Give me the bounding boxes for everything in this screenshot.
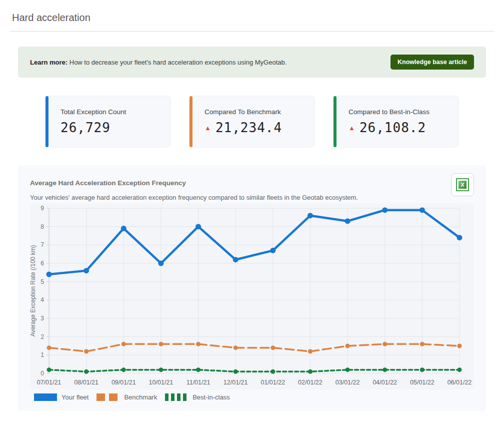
chart-canvas: 012345678907/01/2108/01/2109/01/2110/01/… [30,203,474,389]
svg-text:09/01/21: 09/01/21 [112,379,136,386]
stat-cards-row: Total Exception Count 26,729 Compared To… [45,96,459,148]
series-benchmark [47,342,462,354]
svg-text:9: 9 [40,205,44,212]
svg-text:01/01/22: 01/01/22 [260,379,285,386]
svg-text:02/01/22: 02/01/22 [298,379,322,386]
accent-bar [334,96,336,147]
legend-swatch [165,393,188,401]
chart-card: X Average Hard Acceleration Exception Fr… [18,165,486,411]
svg-text:7: 7 [40,241,44,248]
series-best-in-class [47,367,462,374]
x-axis-labels: 07/01/2108/01/2109/01/2110/01/2111/01/21… [37,379,472,386]
up-triangle-icon: ▲ [204,124,211,132]
svg-text:05/01/22: 05/01/22 [410,379,434,386]
legend-item-your-fleet[interactable]: Your fleet [34,393,88,401]
stat-label: Compared to Best-in-Class [348,108,448,116]
svg-text:06/01/22: 06/01/22 [448,379,472,386]
legend-swatch [96,393,120,401]
chart-subtitle: Your vehicles' average hard acceleration… [30,194,474,201]
legend-label: Benchmark [124,393,157,401]
accent-bar [190,96,192,147]
stat-label: Compared To Benchmark [204,108,304,116]
legend-label: Best-in-class [192,393,230,401]
excel-icon-glyph: X [458,181,466,189]
stat-value: 26,729 [60,120,110,135]
svg-text:0: 0 [40,370,44,377]
svg-text:6: 6 [40,260,44,267]
export-excel-button[interactable]: X [451,173,474,196]
banner-message: How to decrease your fleet's hard accele… [68,59,286,66]
svg-text:12/01/21: 12/01/21 [224,379,248,386]
page-title: Hard acceleration [12,12,504,24]
svg-text:10/01/21: 10/01/21 [149,379,174,386]
legend-label: Your fleet [62,393,88,401]
stat-value-row: ▲ 21,234.4 [204,120,304,135]
up-triangle-icon: ▲ [348,124,355,132]
stat-card-compared-to-best-in-class: Compared to Best-in-Class ▲ 26,108.2 [333,96,459,148]
svg-text:2: 2 [40,333,44,340]
legend-item-benchmark[interactable]: Benchmark [96,393,157,401]
svg-text:04/01/22: 04/01/22 [372,379,397,386]
accent-bar [46,96,48,147]
svg-text:11/01/21: 11/01/21 [186,379,210,386]
stat-value-row: 26,729 [60,120,160,135]
svg-text:5: 5 [40,278,44,285]
stat-card-total-exception-count: Total Exception Count 26,729 [45,96,171,148]
divider [10,31,494,32]
page: Hard acceleration Learn more: How to dec… [0,12,504,411]
excel-icon: X [456,178,469,191]
stat-card-compared-to-benchmark: Compared To Benchmark ▲ 21,234.4 [189,96,315,148]
chart-legend: Your fleetBenchmarkBest-in-class [34,393,474,401]
stat-value: 21,234.4 [216,120,282,135]
chart-title: Average Hard Acceleration Exception Freq… [30,179,474,187]
y-axis-title: Average Exception Rate (/100 km) [30,245,36,336]
v-gridlines [49,208,460,373]
banner-label: Learn more: [30,59,68,66]
learn-more-banner: Learn more: How to decrease your fleet's… [18,47,486,78]
series-your-fleet [46,207,462,277]
legend-swatch [34,393,57,401]
stat-value: 26,108.2 [360,120,426,135]
svg-text:1: 1 [40,351,44,358]
stat-value-row: ▲ 26,108.2 [348,120,448,135]
svg-text:8: 8 [40,223,44,230]
svg-text:3: 3 [40,315,44,322]
svg-text:08/01/21: 08/01/21 [74,379,98,386]
svg-text:4: 4 [40,296,44,303]
legend-item-best-in-class[interactable]: Best-in-class [165,393,230,401]
h-gridlines-and-ticks: 0123456789 [40,205,460,377]
svg-text:03/01/22: 03/01/22 [336,379,360,386]
banner-text: Learn more: How to decrease your fleet's… [30,59,286,66]
svg-text:07/01/21: 07/01/21 [37,379,62,386]
stat-label: Total Exception Count [60,108,160,116]
knowledge-base-article-button[interactable]: Knowledge base article [390,55,474,70]
